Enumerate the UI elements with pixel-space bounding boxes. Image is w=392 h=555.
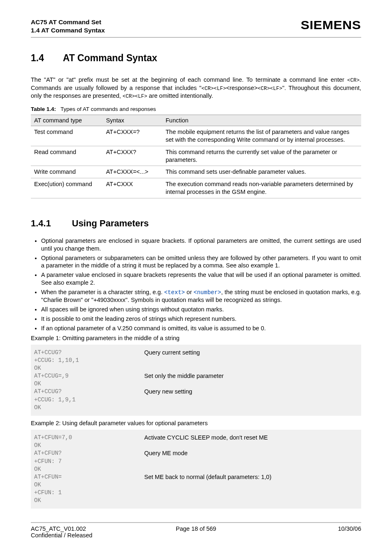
cmd-desc: Activate CYCLIC SLEEP mode, don't reset … <box>144 434 268 442</box>
footer-page: Page 18 of 569 <box>31 525 361 532</box>
cell-func: This command returns the currently set v… <box>162 146 361 166</box>
example-row: AT+CFUN=7,0Activate CYCLIC SLEEP mode, d… <box>34 434 358 442</box>
cell-type: Read command <box>31 146 103 166</box>
list-item: If an optional parameter of a V.250 comm… <box>41 325 361 332</box>
param-text-link[interactable]: <text> <box>164 289 185 296</box>
cmd-desc: Query current setting <box>144 349 200 357</box>
page-header: AC75 AT Command Set 1.4 AT Command Synta… <box>31 18 361 35</box>
intro-part: The "AT" or "at" prefix must be set at t… <box>31 76 347 83</box>
header-left: AC75 AT Command Set 1.4 AT Command Synta… <box>31 18 105 35</box>
intro-part: are omitted intentionally. <box>147 92 213 99</box>
example-row: OK <box>34 404 358 412</box>
table-caption: Table 1.4: Types of AT commands and resp… <box>31 106 361 112</box>
cmd-text: AT+CFUN=7,0 <box>34 434 144 442</box>
cmd-text: AT+CFUN? <box>34 449 144 458</box>
section-1-4-1-heading: 1.4.1Using Parameters <box>31 218 361 229</box>
section-number: 1.4 <box>31 53 63 64</box>
cell-func: The mobile equipment returns the list of… <box>162 126 361 146</box>
cmd-text: AT+CCUG? <box>34 349 144 357</box>
th-function: Function <box>162 115 361 126</box>
th-syntax: Syntax <box>103 115 162 126</box>
footer-rule <box>31 522 361 523</box>
intro-part: <response> <box>226 85 258 91</box>
section-1-4-intro: The "AT" or "at" prefix must be set at t… <box>31 76 361 100</box>
table-row: Write command AT+CXXX=<...> This command… <box>31 166 361 178</box>
cmd-text: AT+CCUG? <box>34 388 144 396</box>
example-row: +CCUG: 1,9,1 <box>34 396 358 404</box>
example-1-title: Example 1: Omitting parameters in the mi… <box>31 335 361 341</box>
table-row: Test command AT+CXXX=? The mobile equipm… <box>31 126 361 146</box>
table-row: Exec(ution) command AT+CXXX The executio… <box>31 178 361 198</box>
cell-type: Exec(ution) command <box>31 178 103 198</box>
section-title: AT Command Syntax <box>63 53 157 63</box>
list-item: Optional parameters or subparameters can… <box>41 254 361 270</box>
example-row: OK <box>34 442 358 449</box>
cell-func: This command sets user-definable paramet… <box>162 166 361 178</box>
example-row: OK <box>34 364 358 372</box>
cmd-text: OK <box>34 442 144 449</box>
doc-title: AC75 AT Command Set <box>31 18 101 25</box>
doc-subtitle: 1.4 AT Command Syntax <box>31 27 105 34</box>
cell-syntax: AT+CXXX=? <box>103 126 162 146</box>
text-part: or <box>185 289 194 295</box>
cmd-text: OK <box>34 364 144 372</box>
cr-literal: <CR> <box>347 78 360 83</box>
table-caption-text: Types of AT commands and responses <box>60 106 156 112</box>
cmd-text: OK <box>34 404 144 412</box>
cell-func: The execution command reads non-variable… <box>162 178 361 198</box>
list-item: It is possible to omit the leading zeros… <box>41 315 361 323</box>
example-row: OK <box>34 465 358 473</box>
cmd-desc: Set ME back to normal (default parameter… <box>144 473 271 481</box>
cell-syntax: AT+CXXX? <box>103 146 162 166</box>
example-row: AT+CCUG=,9Set only the middle parameter <box>34 372 358 380</box>
crlf-literal: <CR><LF> <box>258 86 282 92</box>
list-item: When the parameter is a character string… <box>41 288 361 304</box>
cmd-text: OK <box>34 481 144 489</box>
at-command-types-table: AT command type Syntax Function Test com… <box>31 115 361 198</box>
example-row: AT+CFUN=Set ME back to normal (default p… <box>34 473 358 481</box>
cell-type: Write command <box>31 166 103 178</box>
example-row: AT+CFUN?Query ME mode <box>34 449 358 458</box>
cmd-text: +CCUG: 1,10,1 <box>34 357 144 364</box>
text-part: When the parameter is a character string… <box>41 289 164 295</box>
table-caption-label: Table 1.4: <box>31 106 56 112</box>
example-row: +CFUN: 1 <box>34 489 358 497</box>
cmd-text: AT+CCUG=,9 <box>34 372 144 380</box>
example-2-block: AT+CFUN=7,0Activate CYCLIC SLEEP mode, d… <box>31 430 361 509</box>
example-2-title: Example 2: Using default parameter value… <box>31 420 361 426</box>
brand-logo: SIEMENS <box>301 18 361 32</box>
list-item: All spaces will be ignored when using st… <box>41 306 361 313</box>
param-number-link[interactable]: <number> <box>194 289 221 296</box>
cmd-text: OK <box>34 497 144 504</box>
cmd-text: OK <box>34 380 144 388</box>
cmd-text: +CFUN: 7 <box>34 458 144 465</box>
crlf-literal: <CR><LF> <box>122 94 147 99</box>
th-type: AT command type <box>31 115 103 126</box>
cmd-desc: Query new setting <box>144 388 192 396</box>
example-row: AT+CCUG?Query current setting <box>34 349 358 357</box>
example-1-block: AT+CCUG?Query current setting +CCUG: 1,1… <box>31 345 361 416</box>
table-row: Read command AT+CXXX? This command retur… <box>31 146 361 166</box>
cmd-text: AT+CFUN= <box>34 473 144 481</box>
crlf-literal: <CR><LF> <box>201 86 226 92</box>
list-item: Optional parameters are enclosed in squa… <box>41 237 361 253</box>
example-row: +CFUN: 7 <box>34 458 358 465</box>
list-item: A parameter value enclosed in square bra… <box>41 271 361 287</box>
cmd-desc: Set only the middle parameter <box>144 372 224 380</box>
cell-syntax: AT+CXXX <box>103 178 162 198</box>
subsection-title: Using Parameters <box>72 218 149 228</box>
table-header-row: AT command type Syntax Function <box>31 115 361 126</box>
cmd-text: OK <box>34 465 144 473</box>
cmd-desc: Query ME mode <box>144 449 188 458</box>
cmd-text: +CFUN: 1 <box>34 489 144 497</box>
example-row: +CCUG: 1,10,1 <box>34 357 358 364</box>
cmd-text: +CCUG: 1,9,1 <box>34 396 144 404</box>
parameters-bullet-list: Optional parameters are enclosed in squa… <box>31 237 361 332</box>
page-footer: AC75_ATC_V01.002 Confidential / Released… <box>31 522 361 539</box>
example-row: AT+CCUG?Query new setting <box>34 388 358 396</box>
example-row: OK <box>34 497 358 504</box>
footer-confidential: Confidential / Released <box>31 532 92 539</box>
cell-syntax: AT+CXXX=<...> <box>103 166 162 178</box>
subsection-number: 1.4.1 <box>31 218 72 229</box>
cell-type: Test command <box>31 126 103 146</box>
